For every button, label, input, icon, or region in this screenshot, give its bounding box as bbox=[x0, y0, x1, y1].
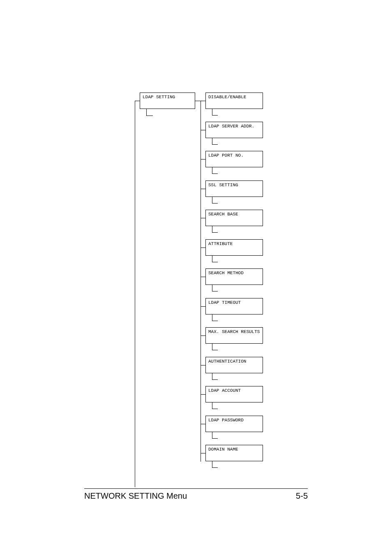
child-node-label: MAX. SEARCH RESULTS bbox=[208, 329, 260, 334]
child-node-label: LDAP PASSWORD bbox=[208, 418, 244, 423]
child-node-label: AUTHENTICATION bbox=[208, 359, 246, 364]
child-node-label: DISABLE/ENABLE bbox=[208, 95, 246, 99]
tree-stub bbox=[212, 402, 212, 409]
tree-connector bbox=[201, 394, 205, 395]
tree-stub bbox=[212, 109, 212, 115]
tree-connector bbox=[201, 247, 205, 248]
child-node: LDAP TIMEOUT bbox=[205, 298, 263, 314]
tree-stub bbox=[212, 438, 218, 439]
child-node-label: LDAP SERVER ADDR. bbox=[208, 124, 254, 129]
child-node: LDAP PASSWORD bbox=[205, 416, 263, 432]
tree-trunk-children bbox=[201, 101, 201, 462]
tree-connector bbox=[201, 218, 205, 218]
child-node: LDAP PORT NO. bbox=[205, 151, 263, 167]
child-node: DOMAIN NAME bbox=[205, 445, 263, 461]
tree-connector bbox=[201, 277, 205, 277]
root-node-ldap-setting: LDAP SETTING bbox=[140, 92, 195, 109]
tree-connector bbox=[201, 189, 205, 189]
child-node-label: LDAP PORT NO. bbox=[208, 153, 244, 158]
tree-stub bbox=[212, 373, 212, 379]
page-footer: NETWORK SETTING Menu 5-5 bbox=[84, 488, 308, 501]
tree-stub bbox=[212, 226, 212, 232]
tree-stub bbox=[212, 467, 218, 468]
child-node: DISABLE/ENABLE bbox=[205, 92, 263, 109]
child-node-label: ATTRIBUTE bbox=[208, 241, 233, 246]
tree-connector bbox=[201, 335, 205, 336]
tree-stub bbox=[212, 291, 218, 291]
tree-stub bbox=[212, 197, 212, 203]
tree-stub bbox=[212, 144, 218, 145]
tree-stub bbox=[212, 344, 212, 350]
tree-stub bbox=[212, 409, 218, 409]
tree-stub bbox=[212, 232, 218, 233]
root-node-label: LDAP SETTING bbox=[143, 95, 175, 99]
child-node: LDAP ACCOUNT bbox=[205, 386, 263, 402]
child-node: MAX. SEARCH RESULTS bbox=[205, 327, 263, 344]
tree-connector bbox=[201, 453, 205, 453]
child-node-label: SEARCH METHOD bbox=[208, 271, 244, 275]
child-node: SEARCH BASE bbox=[205, 210, 263, 226]
tree-connector bbox=[135, 101, 140, 101]
tree-stub bbox=[212, 173, 218, 174]
tree-trunk-left bbox=[135, 101, 135, 487]
tree-connector bbox=[201, 365, 205, 365]
tree-stub bbox=[212, 461, 212, 467]
child-node: ATTRIBUTE bbox=[205, 239, 263, 256]
footer-section-title: NETWORK SETTING Menu bbox=[84, 491, 187, 501]
tree-stub bbox=[212, 285, 212, 291]
child-node: LDAP SERVER ADDR. bbox=[205, 122, 263, 138]
tree-stub bbox=[212, 138, 212, 144]
tree-connector bbox=[201, 424, 205, 424]
child-node: SSL SETTING bbox=[205, 180, 263, 197]
tree-stub bbox=[212, 379, 218, 380]
tree-stub bbox=[212, 167, 212, 173]
tree-stub bbox=[146, 109, 147, 116]
tree-stub bbox=[212, 115, 218, 116]
footer-rule bbox=[84, 488, 308, 489]
tree-connector bbox=[201, 130, 205, 130]
child-node-label: LDAP ACCOUNT bbox=[208, 388, 241, 393]
tree-stub bbox=[212, 432, 212, 438]
tree-stub bbox=[212, 256, 212, 262]
tree-stub bbox=[212, 314, 212, 321]
tree-stub bbox=[212, 203, 218, 204]
child-node-label: DOMAIN NAME bbox=[208, 447, 238, 452]
child-node-label: LDAP TIMEOUT bbox=[208, 300, 241, 305]
tree-stub bbox=[212, 262, 218, 262]
tree-stub bbox=[146, 116, 153, 116]
footer-page-number: 5-5 bbox=[296, 491, 308, 501]
tree-connector bbox=[201, 159, 205, 160]
child-node: SEARCH METHOD bbox=[205, 268, 263, 285]
tree-connector bbox=[201, 306, 205, 307]
child-node-label: SSL SETTING bbox=[208, 183, 238, 187]
child-node: AUTHENTICATION bbox=[205, 357, 263, 373]
tree-stub bbox=[212, 350, 218, 350]
child-node-label: SEARCH BASE bbox=[208, 212, 238, 217]
tree-stub bbox=[212, 321, 218, 321]
